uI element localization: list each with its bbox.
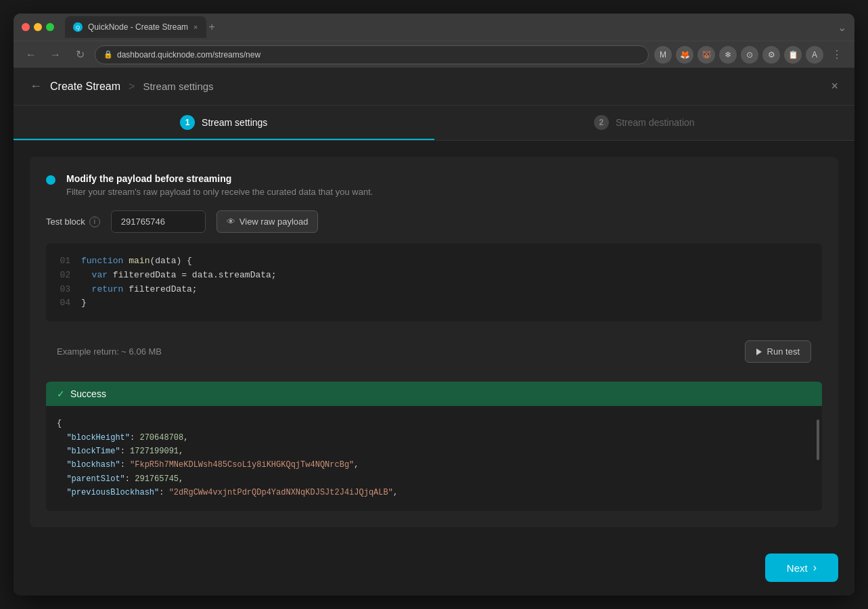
success-banner: ✓ Success <box>46 382 822 406</box>
app-header-left: ← Create Stream > Stream settings <box>30 79 214 93</box>
eye-icon: 👁 <box>227 217 235 227</box>
app-back-icon[interactable]: ← <box>30 79 42 93</box>
example-return-text: Example return: ~ 6.06 MB <box>57 346 162 357</box>
payload-panel: Modify the payload before streaming Filt… <box>30 157 838 527</box>
info-icon[interactable]: i <box>89 217 100 227</box>
success-check-icon: ✓ <box>57 388 65 399</box>
main-content: Modify the payload before streaming Filt… <box>14 141 854 595</box>
json-line-blockheight: "blockHeight": 270648708, <box>57 431 811 445</box>
maximize-traffic-light[interactable] <box>46 23 54 31</box>
extension-icon-2[interactable]: 🦊 <box>676 46 693 64</box>
lock-icon: 🔒 <box>104 50 113 59</box>
back-button[interactable]: ← <box>22 45 41 64</box>
code-editor[interactable]: 01 function main(data) { 02 var filtered… <box>46 244 822 321</box>
view-payload-button[interactable]: 👁 View raw payload <box>216 210 319 233</box>
code-line-4: 04 } <box>57 296 811 311</box>
json-line-open: { <box>57 417 811 430</box>
next-arrow-icon: › <box>813 562 817 574</box>
toggle-row: Modify the payload before streaming Filt… <box>46 173 822 197</box>
close-traffic-light[interactable] <box>22 23 30 31</box>
minimize-traffic-light[interactable] <box>34 23 42 31</box>
run-test-row: Example return: ~ 6.06 MB Run test <box>46 332 822 371</box>
extension-icon-5[interactable]: ⊙ <box>741 46 758 64</box>
extension-icon-6[interactable]: ⚙ <box>762 46 780 64</box>
traffic-lights <box>22 23 54 31</box>
page-title: Create Stream <box>50 81 120 93</box>
tab-favicon: Q <box>73 22 83 32</box>
step-2-number: 2 <box>594 115 609 130</box>
tab-overflow-icon[interactable]: ⌄ <box>838 21 846 34</box>
test-block-input[interactable] <box>111 210 206 233</box>
json-line-prevblockhash: "previousBlockhash": "2dRgCWw4vxjntPdrQD… <box>57 486 811 499</box>
new-tab-button[interactable]: + <box>209 21 215 33</box>
profile-icon[interactable]: A <box>806 46 823 64</box>
steps-bar: 1 Stream settings 2 Stream destination <box>14 106 854 141</box>
forward-button[interactable]: → <box>46 45 65 64</box>
tab-title: QuickNode - Create Stream <box>88 22 188 32</box>
step-2-label: Stream destination <box>616 117 695 128</box>
extension-icon-4[interactable]: ❄ <box>719 46 737 64</box>
address-bar[interactable]: 🔒 dashboard.quicknode.com/streams/new <box>95 45 649 64</box>
test-block-label: Test block i <box>46 217 100 227</box>
run-test-button[interactable]: Run test <box>745 340 811 363</box>
tab-close-icon[interactable]: × <box>193 23 198 31</box>
json-line-parentslot: "parentSlot": 291765745, <box>57 472 811 486</box>
step-1-label: Stream settings <box>202 117 267 128</box>
toggle-indicator[interactable] <box>46 175 55 185</box>
breadcrumb-separator: > <box>129 81 135 93</box>
next-button[interactable]: Next › <box>765 554 838 582</box>
toolbar-extensions: M 🦊 🐻 ❄ ⊙ ⚙ 📋 A ⋮ <box>654 45 846 64</box>
tab-bar: Q QuickNode - Create Stream × + ⌄ <box>65 16 846 38</box>
menu-button[interactable]: ⋮ <box>827 45 846 64</box>
extension-icon-3[interactable]: 🐻 <box>698 46 715 64</box>
success-text: Success <box>70 388 106 399</box>
step-1[interactable]: 1 Stream settings <box>14 106 434 140</box>
json-output: { "blockHeight": 270648708, "blockTime":… <box>46 406 822 510</box>
scrollbar-thumb <box>817 420 819 460</box>
browser-toolbar: ← → ↻ 🔒 dashboard.quicknode.com/streams/… <box>14 41 854 68</box>
step-1-number: 1 <box>180 115 195 130</box>
app-content: ← Create Stream > Stream settings × 1 St… <box>14 68 854 595</box>
toggle-title: Modify the payload before streaming <box>66 173 373 184</box>
extension-icon-7[interactable]: 📋 <box>784 46 802 64</box>
browser-frame: Q QuickNode - Create Stream × + ⌄ ← → ↻ … <box>14 14 854 595</box>
test-block-row: Test block i 👁 View raw payload <box>46 210 822 233</box>
next-button-container: Next › <box>765 554 838 582</box>
json-line-blocktime: "blockTime": 1727199091, <box>57 445 811 458</box>
extension-icon-1[interactable]: M <box>654 46 672 64</box>
code-line-2: 02 var filteredData = data.streamData; <box>57 269 811 283</box>
play-icon <box>756 348 762 355</box>
toggle-subtitle: Filter your stream's raw payload to only… <box>66 187 373 197</box>
close-button[interactable]: × <box>831 79 838 93</box>
browser-titlebar: Q QuickNode - Create Stream × + ⌄ <box>14 14 854 41</box>
code-line-1: 01 function main(data) { <box>57 254 811 269</box>
breadcrumb-current: Stream settings <box>143 81 213 92</box>
url-text: dashboard.quicknode.com/streams/new <box>117 50 640 60</box>
step-2[interactable]: 2 Stream destination <box>434 106 855 140</box>
browser-tab-active[interactable]: Q QuickNode - Create Stream × <box>65 16 206 38</box>
reload-button[interactable]: ↻ <box>70 45 89 64</box>
toggle-text-block: Modify the payload before streaming Filt… <box>66 173 373 197</box>
json-line-blockhash: "blockhash": "FkpR5h7MNeKDLWsh485CsoL1y8… <box>57 458 811 472</box>
app-header: ← Create Stream > Stream settings × <box>14 68 854 106</box>
code-line-3: 03 return filteredData; <box>57 283 811 297</box>
